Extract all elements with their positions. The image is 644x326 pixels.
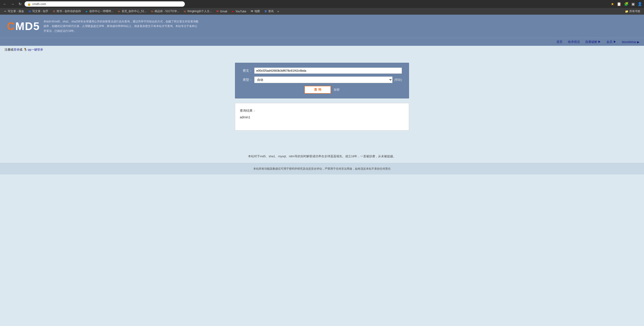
bookmark-maps-label: 地图 bbox=[254, 10, 260, 13]
form-actions: 查 询 加密 bbox=[242, 86, 402, 94]
bookmark-jianshu-label: 简书 - 创作你的创作 bbox=[56, 10, 81, 13]
cipher-row: 密文： bbox=[242, 68, 402, 74]
main-content: 密文： 类型： 自动 md5 sha1 sha256 mysql ntlm [帮… bbox=[0, 54, 644, 145]
forward-button[interactable]: → bbox=[10, 2, 16, 7]
bookmark-51cto-1-label: 首页_创作中心_51... bbox=[122, 10, 146, 13]
bookmark-youtube[interactable]: ▶ YouTube bbox=[230, 10, 248, 14]
extension-button[interactable]: 🧩 bbox=[624, 2, 629, 6]
logo-rest: MD5 bbox=[15, 20, 40, 32]
bookmark-juejin[interactable]: ✏ 写文章 - 掘金 bbox=[2, 9, 26, 14]
qq-icon: 🐧 bbox=[23, 48, 27, 51]
maps-icon: 🗺 bbox=[250, 10, 254, 13]
type-select[interactable]: 自动 md5 sha1 sha256 mysql ntlm bbox=[254, 76, 392, 83]
nav-batch-crack[interactable]: 批量破解 ▶ bbox=[585, 40, 601, 44]
site-description: 本站针对md5、sha1、sha256等全球通用公开的加密算法进行反向查询，通过… bbox=[44, 19, 199, 33]
gmail-icon: M bbox=[216, 10, 219, 13]
bookmark-youtube-label: YouTube bbox=[236, 10, 246, 13]
site-logo: CMD5 本站针对md5、sha1、sha256等全球通用公开的加密算法进行反向… bbox=[7, 19, 199, 33]
browser-icons: ★ 📋 🧩 ▣ 👤 bbox=[611, 2, 642, 6]
disclaimer-text: 本站所有功能及数据仅可用于密码学研究及信息安全评估，严禁用于任何非法用途，如有违… bbox=[253, 167, 391, 170]
query-button[interactable]: 查 询 bbox=[304, 86, 331, 94]
bookmark-star-button[interactable]: ★ bbox=[611, 2, 614, 6]
bookmarks-bar: ✏ 写文章 - 掘金 知 写文章 - 知乎 简 简书 - 创作你的创作 ▶ 创作… bbox=[0, 8, 644, 15]
browser-chrome: ← → ↻ 🔒 cmd5.com ★ 📋 🧩 ▣ 👤 bbox=[0, 0, 644, 8]
news-icon: 资 bbox=[264, 10, 267, 13]
login-link[interactable]: 登录 bbox=[14, 48, 20, 51]
bookmark-zhihu-label: 写文章 - 知乎 bbox=[32, 10, 48, 13]
result-label: 查询结果： bbox=[240, 108, 404, 114]
bookmark-bilibili[interactable]: ▶ 创作中心 - 哔哩哔... bbox=[83, 9, 115, 14]
url-text: cmd5.com bbox=[32, 2, 46, 6]
login-bar: 注册或登录或 🐧 qq一键登录 bbox=[0, 46, 644, 54]
result-box: 查询结果： admin1 bbox=[235, 103, 409, 130]
site-header: CMD5 本站针对md5、sha1、sha256等全球通用公开的加密算法进行反向… bbox=[0, 15, 644, 38]
type-row: 类型： 自动 md5 sha1 sha256 mysql ntlm [帮助] bbox=[242, 76, 402, 83]
nav-home[interactable]: 首页 bbox=[556, 40, 562, 44]
nav-member[interactable]: 会员 ▶ bbox=[606, 40, 616, 44]
nav-worldwide[interactable]: WorldWide ▶ bbox=[622, 40, 640, 44]
site-nav: 首页 收录情况 批量破解 ▶ 会员 ▶ WorldWide ▶ bbox=[0, 38, 644, 46]
search-form-container: 密文： 类型： 自动 md5 sha1 sha256 mysql ntlm [帮… bbox=[235, 63, 409, 98]
login-text-2: 或 bbox=[20, 48, 22, 51]
footer-text: 本站对于md5、sha1、mysql、ntlm等的实时解密成功率在全球遥遥领先。… bbox=[0, 145, 644, 163]
encrypt-link[interactable]: 加密 bbox=[334, 88, 340, 92]
51cto-2-icon: 51 bbox=[150, 10, 154, 13]
help-link[interactable]: [帮助] bbox=[394, 78, 402, 82]
cipher-input[interactable] bbox=[254, 68, 402, 74]
bookmark-gmail-label: Gmail bbox=[220, 10, 227, 13]
bookmark-51cto-2-label: 精品班 - 51CTO学... bbox=[154, 10, 179, 13]
result-value: admin1 bbox=[240, 114, 404, 120]
bookmark-bilibili-label: 创作中心 - 哔哩哔... bbox=[89, 10, 113, 13]
qq-login-link[interactable]: qq一键登录 bbox=[28, 48, 43, 51]
logo: CMD5 bbox=[7, 20, 40, 32]
youtube-icon: ▶ bbox=[231, 10, 234, 13]
screenshot-button[interactable]: 📋 bbox=[617, 2, 621, 6]
bookmark-51cto-3-label: thingking的个人主... bbox=[188, 10, 212, 13]
bookmark-news[interactable]: 资 资讯 bbox=[262, 9, 276, 14]
profile-button[interactable]: 👤 bbox=[638, 2, 642, 6]
51cto-3-icon: 51 bbox=[184, 10, 187, 13]
bookmark-51cto-1[interactable]: 51 首页_创作中心_51... bbox=[116, 9, 148, 14]
all-books-label: 所有书签 bbox=[629, 10, 640, 13]
jianshu-icon: 简 bbox=[52, 10, 56, 13]
address-bar[interactable]: 🔒 cmd5.com bbox=[24, 1, 185, 7]
logo-c: C bbox=[7, 20, 15, 32]
bookmark-news-label: 资讯 bbox=[268, 10, 274, 13]
bilibili-icon: ▶ bbox=[85, 10, 88, 13]
more-bookmarks-button[interactable]: » bbox=[276, 9, 280, 14]
bookmark-gmail[interactable]: M Gmail bbox=[214, 10, 229, 14]
footer-main-text: 本站对于md5、sha1、mysql、ntlm等的实时解密成功率在全球遥遥领先。… bbox=[248, 154, 396, 158]
juejin-icon: ✏ bbox=[4, 10, 7, 13]
login-text: 注册或 bbox=[4, 48, 14, 51]
refresh-button[interactable]: ↻ bbox=[18, 1, 23, 7]
nav-collection[interactable]: 收录情况 bbox=[568, 40, 580, 44]
window-toggle-button[interactable]: ▣ bbox=[632, 2, 635, 6]
bookmark-juejin-label: 写文章 - 掘金 bbox=[8, 10, 24, 13]
bookmark-51cto-2[interactable]: 51 精品班 - 51CTO学... bbox=[149, 9, 181, 14]
lock-icon: 🔒 bbox=[27, 2, 31, 6]
zhihu-icon: 知 bbox=[28, 10, 32, 13]
all-books-button[interactable]: 📁 所有书签 bbox=[623, 9, 642, 14]
bookmark-jianshu[interactable]: 简 简书 - 创作你的创作 bbox=[50, 9, 83, 14]
back-button[interactable]: ← bbox=[2, 2, 8, 7]
cipher-label: 密文： bbox=[242, 69, 252, 73]
footer-disclaimer: 本站所有功能及数据仅可用于密码学研究及信息安全评估，严禁用于任何非法用途，如有违… bbox=[0, 163, 644, 174]
bookmark-zhihu[interactable]: 知 写文章 - 知乎 bbox=[26, 9, 50, 14]
folder-icon: 📁 bbox=[625, 10, 628, 13]
type-label: 类型： bbox=[242, 78, 252, 82]
bookmark-51cto-3[interactable]: 51 thingking的个人主... bbox=[182, 9, 214, 14]
bookmark-maps[interactable]: 🗺 地图 bbox=[248, 9, 262, 14]
51cto-1-icon: 51 bbox=[118, 10, 121, 13]
